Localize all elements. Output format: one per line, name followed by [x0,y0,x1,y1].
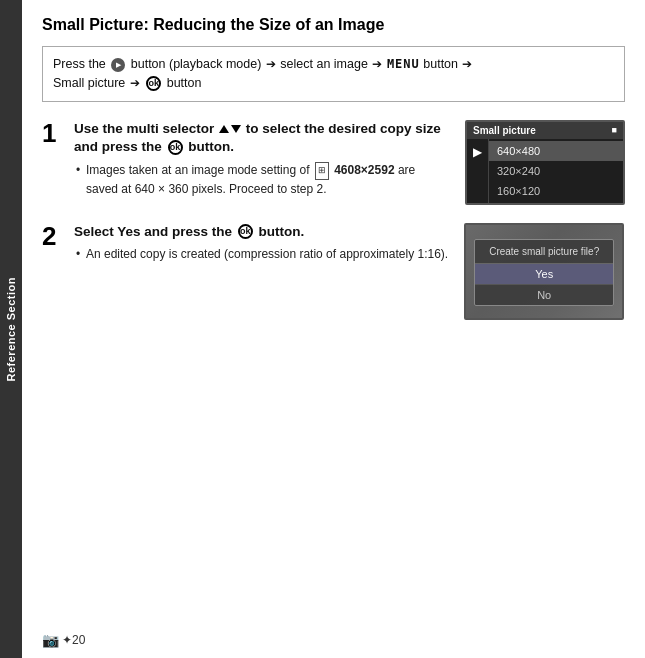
step-2-number: 2 [42,223,64,249]
cam2-option-yes[interactable]: Yes [475,264,613,285]
instruction-box: Press the button (playback mode) ➔ selec… [42,46,625,102]
page-container: Reference Section Small Picture: Reducin… [0,0,645,658]
step-1-number: 1 [42,120,64,146]
step-2-bullets: An edited copy is created (compression r… [74,245,448,263]
cam1-header-text: Small picture [473,125,536,136]
step-1-camera-ui: Small picture ■ ▶ 640×480 320×240 160×12… [465,120,625,205]
step-1-title: Use the multi selector to select the des… [74,120,449,158]
step-1-content: Use the multi selector to select the des… [74,120,625,205]
ok-button-step1: ok [168,140,183,155]
footer-camera-icon: 📷 [42,632,59,648]
cam2-option-no[interactable]: No [475,285,613,305]
page-title: Small Picture: Reducing the Size of an I… [42,16,625,34]
menu-word: MENU [387,57,420,71]
cam2-dialog-title: Create small picture file? [475,240,613,264]
ok-button-icon: ok [146,76,161,91]
cam2-dialog: Create small picture file? Yes No [474,239,614,306]
step-1-bullet-1: Images taken at an image mode setting of… [76,161,449,198]
step-2-camera-ui: Create small picture file? Yes No [464,223,624,320]
side-tab: Reference Section [0,0,22,658]
cam1-option-3[interactable]: 160×120 [489,181,623,201]
step-2-content: Select Yes and press the ok button. An e… [74,223,625,320]
footer-page-number: ✦20 [62,633,85,647]
image-mode-icon: ⊞ [315,162,329,180]
step-1-bullets: Images taken at an image mode setting of… [74,161,449,198]
side-tab-label: Reference Section [5,277,17,381]
cam1-options: 640×480 320×240 160×120 [489,139,623,203]
select-image-text: select an image [280,57,368,71]
page-footer: 📷 ✦20 [42,632,85,648]
step-1-row: Use the multi selector to select the des… [74,120,625,205]
playback-button-icon [111,58,125,72]
yes-bold: Yes [117,224,140,239]
cam2-body: Create small picture file? Yes No [466,225,622,318]
step-1: 1 Use the multi selector to select the d… [42,120,625,205]
cam1-option-1[interactable]: 640×480 [489,141,623,161]
instruction-text: Press the button (playback mode) ➔ selec… [53,57,473,90]
main-content: Small Picture: Reducing the Size of an I… [22,0,645,658]
resolution-bold: 4608×2592 [334,163,394,177]
triangle-up-icon [219,125,229,133]
step-2-row: Select Yes and press the ok button. An e… [74,223,625,320]
triangle-down-icon [231,125,241,133]
step-2-title: Select Yes and press the ok button. [74,223,448,242]
step-2-bullet-1: An edited copy is created (compression r… [76,245,448,263]
step-2: 2 Select Yes and press the ok button. An… [42,223,625,320]
cam1-left-icon: ▶ [467,139,489,203]
ok-button-step2: ok [238,224,253,239]
step-2-text-block: Select Yes and press the ok button. An e… [74,223,448,264]
cam1-header-icon: ■ [612,125,617,135]
footer-arrow: ✦ [62,633,72,647]
cam1-header: Small picture ■ [467,122,623,139]
cam1-body: ▶ 640×480 320×240 160×120 [467,139,623,203]
step-1-text-block: Use the multi selector to select the des… [74,120,449,198]
cam1-option-2[interactable]: 320×240 [489,161,623,181]
